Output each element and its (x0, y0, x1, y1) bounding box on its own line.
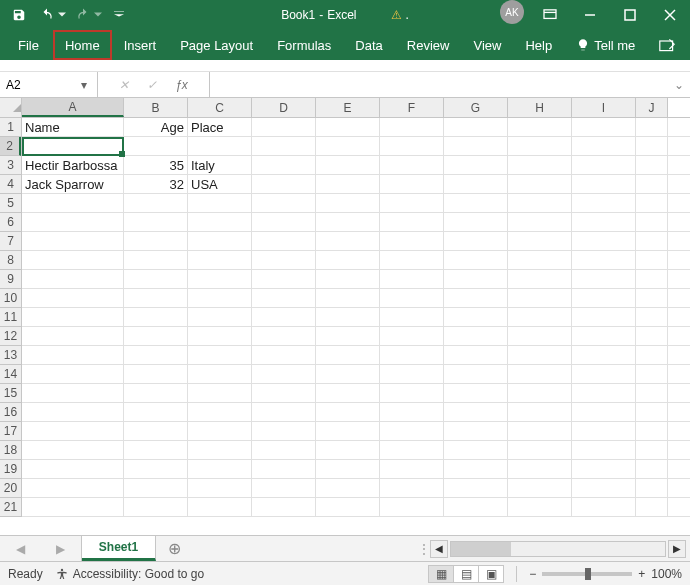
cell-D12[interactable] (252, 327, 316, 345)
cell-C14[interactable] (188, 365, 252, 383)
cell-E10[interactable] (316, 289, 380, 307)
cell-J21[interactable] (636, 498, 668, 516)
cell-A11[interactable] (22, 308, 124, 326)
cell-F19[interactable] (380, 460, 444, 478)
cell-A4[interactable]: Jack Sparrow (22, 175, 124, 193)
tab-formulas[interactable]: Formulas (265, 30, 343, 60)
row-header-1[interactable]: 1 (0, 118, 21, 137)
cell-H18[interactable] (508, 441, 572, 459)
cell-B9[interactable] (124, 270, 188, 288)
cell-A13[interactable] (22, 346, 124, 364)
cell-I6[interactable] (572, 213, 636, 231)
cell-D14[interactable] (252, 365, 316, 383)
cell-H20[interactable] (508, 479, 572, 497)
cell-I16[interactable] (572, 403, 636, 421)
cell-I4[interactable] (572, 175, 636, 193)
cell-A3[interactable]: Hectir Barbossa (22, 156, 124, 174)
cell-C19[interactable] (188, 460, 252, 478)
cell-G7[interactable] (444, 232, 508, 250)
cell-B13[interactable] (124, 346, 188, 364)
cell-H4[interactable] (508, 175, 572, 193)
cell-B2[interactable] (124, 137, 188, 155)
zoom-in-button[interactable]: + (638, 567, 645, 581)
qat-customize-icon[interactable] (106, 2, 132, 28)
cell-I8[interactable] (572, 251, 636, 269)
cell-C6[interactable] (188, 213, 252, 231)
cell-I3[interactable] (572, 156, 636, 174)
cell-J1[interactable] (636, 118, 668, 136)
cell-H6[interactable] (508, 213, 572, 231)
cell-E4[interactable] (316, 175, 380, 193)
cell-F6[interactable] (380, 213, 444, 231)
tab-file[interactable]: File (4, 30, 53, 60)
cells-area[interactable]: NameAgePlaceHectir Barbossa35ItalyJack S… (22, 118, 690, 517)
tab-home[interactable]: Home (53, 30, 112, 60)
cell-E15[interactable] (316, 384, 380, 402)
cell-C21[interactable] (188, 498, 252, 516)
cell-E7[interactable] (316, 232, 380, 250)
cell-D8[interactable] (252, 251, 316, 269)
cell-D10[interactable] (252, 289, 316, 307)
cell-F17[interactable] (380, 422, 444, 440)
cell-H12[interactable] (508, 327, 572, 345)
cell-J2[interactable] (636, 137, 668, 155)
cell-F15[interactable] (380, 384, 444, 402)
cell-G14[interactable] (444, 365, 508, 383)
cell-B15[interactable] (124, 384, 188, 402)
cell-A10[interactable] (22, 289, 124, 307)
cell-J16[interactable] (636, 403, 668, 421)
cell-I7[interactable] (572, 232, 636, 250)
row-header-21[interactable]: 21 (0, 498, 21, 517)
cell-E9[interactable] (316, 270, 380, 288)
cell-H3[interactable] (508, 156, 572, 174)
zoom-slider[interactable] (542, 572, 632, 576)
cell-A2[interactable] (22, 137, 124, 155)
cell-G12[interactable] (444, 327, 508, 345)
cell-B11[interactable] (124, 308, 188, 326)
user-avatar[interactable]: AK (500, 0, 524, 24)
row-header-8[interactable]: 8 (0, 251, 21, 270)
hscroll-left-icon[interactable]: ◀ (430, 540, 448, 558)
column-header-B[interactable]: B (124, 98, 188, 117)
cell-I18[interactable] (572, 441, 636, 459)
cell-C3[interactable]: Italy (188, 156, 252, 174)
cell-I5[interactable] (572, 194, 636, 212)
cell-B20[interactable] (124, 479, 188, 497)
cell-E8[interactable] (316, 251, 380, 269)
cell-J9[interactable] (636, 270, 668, 288)
cell-G11[interactable] (444, 308, 508, 326)
cell-F12[interactable] (380, 327, 444, 345)
cell-E6[interactable] (316, 213, 380, 231)
cell-C17[interactable] (188, 422, 252, 440)
cell-E11[interactable] (316, 308, 380, 326)
cell-D19[interactable] (252, 460, 316, 478)
cell-J15[interactable] (636, 384, 668, 402)
cell-D13[interactable] (252, 346, 316, 364)
cell-D1[interactable] (252, 118, 316, 136)
tab-view[interactable]: View (461, 30, 513, 60)
cell-H5[interactable] (508, 194, 572, 212)
cell-I20[interactable] (572, 479, 636, 497)
cell-E13[interactable] (316, 346, 380, 364)
new-sheet-button[interactable]: ⊕ (156, 536, 192, 561)
row-header-13[interactable]: 13 (0, 346, 21, 365)
hscroll-thumb[interactable] (451, 542, 511, 556)
row-header-2[interactable]: 2 (0, 137, 21, 156)
cell-D21[interactable] (252, 498, 316, 516)
cell-G2[interactable] (444, 137, 508, 155)
cell-D18[interactable] (252, 441, 316, 459)
cell-I11[interactable] (572, 308, 636, 326)
cell-H2[interactable] (508, 137, 572, 155)
cell-D5[interactable] (252, 194, 316, 212)
cell-A1[interactable]: Name (22, 118, 124, 136)
close-button[interactable] (650, 0, 690, 30)
cell-F1[interactable] (380, 118, 444, 136)
cell-F13[interactable] (380, 346, 444, 364)
cell-E21[interactable] (316, 498, 380, 516)
cell-A19[interactable] (22, 460, 124, 478)
cell-G1[interactable] (444, 118, 508, 136)
cell-D7[interactable] (252, 232, 316, 250)
cell-F11[interactable] (380, 308, 444, 326)
cell-F9[interactable] (380, 270, 444, 288)
cell-E17[interactable] (316, 422, 380, 440)
